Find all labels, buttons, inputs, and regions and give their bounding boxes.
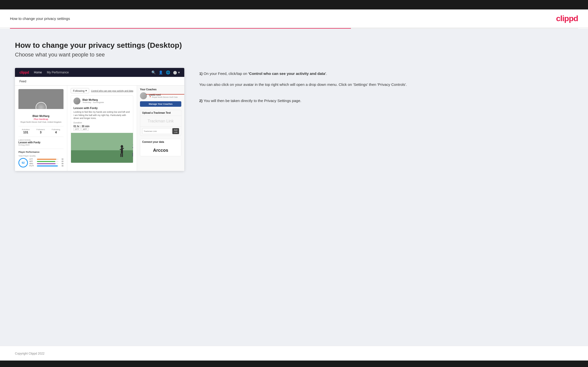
post-body: Lesson with Fordy Looking to feel like m… [71, 106, 133, 133]
bar-putt-label: PUTT [29, 165, 36, 167]
bar-putt-fill [37, 165, 58, 166]
following-row: Following ▾ Control who can see your act… [71, 88, 133, 93]
post-tags: OTT APP [73, 128, 131, 131]
trackman-link-big: Trackman Link [140, 116, 181, 127]
app-right-sidebar: Your Coaches David Ford 📍 Royal North De… [137, 86, 184, 171]
app-feed-center: Following ▾ Control who can see your act… [67, 86, 137, 171]
stat-followers-value: 3 [36, 131, 45, 134]
feed-tab-label: Feed [19, 80, 26, 83]
content-layout: clippd Home My Performance 🔍 👤 🌐 ⬤ ▾ Fee… [15, 68, 573, 171]
location-icon: 📍 [149, 96, 151, 98]
instruction-1-text: 1) On your Feed, click/tap on 'Control w… [199, 70, 573, 77]
svg-rect-7 [122, 154, 123, 157]
quality-bars: OTT 90 APP [29, 158, 64, 167]
coach-name: David Ford [149, 94, 178, 96]
bottom-bar [0, 361, 588, 367]
site-header: How to change your privacy settings clip… [0, 9, 588, 28]
following-btn-label: Following [73, 89, 84, 92]
post-user-meta: Yesterday · Sunningdale [82, 101, 104, 104]
svg-rect-10 [133, 147, 133, 148]
profile-cover [18, 89, 64, 109]
instruction-1: 1) On your Feed, click/tap on 'Control w… [199, 70, 573, 88]
feed-tab[interactable]: Feed [15, 77, 184, 86]
post-card: Blair McHarg Yesterday · Sunningdale Les… [71, 95, 133, 163]
post-user-name: Blair McHarg [82, 99, 104, 101]
coach-club: 📍 Royal North Devon Golf Club [149, 96, 178, 98]
main-content: How to change your privacy settings (Des… [0, 29, 588, 346]
instruction-1-number: 1) [199, 71, 204, 76]
post-description: Looking to feel like my hands are exitin… [73, 110, 131, 120]
tag-app: APP [81, 128, 88, 131]
post-title: Lesson with Fordy [73, 106, 131, 109]
latest-date: 03 Aug 2022 [18, 144, 64, 146]
post-duration-label: Duration [73, 121, 131, 124]
connect-widget: Connect your data Arccos [140, 139, 181, 156]
trackman-input[interactable] [142, 128, 171, 134]
copyright: Copyright Clippd 2022 [15, 352, 45, 355]
stat-following: Following 4 [52, 128, 60, 134]
stat-activities: Activities 131 [22, 128, 30, 134]
clippd-logo: clippd [556, 14, 578, 23]
stat-followers-label: Followers [36, 128, 45, 131]
tag-ott: OTT [73, 128, 80, 131]
bar-arg-val: 86 [60, 163, 64, 164]
connect-title: Connect your data [140, 139, 181, 145]
quality-score: 92 [18, 158, 28, 167]
svg-rect-2 [71, 133, 133, 150]
control-privacy-link[interactable]: Control who can see your activity and da… [91, 90, 133, 92]
manage-coaches-button[interactable]: Manage Your Coaches [140, 101, 181, 107]
app-body: Blair McHarg Plus Handicap Royal North D… [15, 86, 184, 171]
search-icon[interactable]: 🔍 [151, 70, 156, 74]
trackman-add-button[interactable]: Add Link [172, 128, 179, 134]
nav-home[interactable]: Home [34, 71, 42, 74]
following-button[interactable]: Following ▾ [71, 88, 89, 93]
coach-item: David Ford 📍 Royal North Devon Golf Club [140, 92, 181, 99]
coach-info: David Ford 📍 Royal North Devon Golf Club [149, 94, 178, 98]
stat-followers: Followers 3 [36, 128, 45, 134]
bar-arg: ARG 86 [29, 163, 64, 164]
trackman-widget: Upload a Trackman Test Trackman Link Add… [140, 110, 181, 136]
profile-stats: Activities 131 Followers 3 Following 4 [18, 126, 64, 134]
bar-app: APP 85 [29, 160, 64, 162]
post-avatar [73, 98, 80, 105]
stat-activities-label: Activities [22, 128, 30, 131]
bar-arg-track [37, 163, 59, 164]
svg-point-3 [121, 145, 123, 148]
svg-rect-1 [71, 150, 133, 163]
breadcrumb: How to change your privacy settings [10, 16, 70, 21]
profile-avatar [36, 102, 47, 109]
stat-following-label: Following [52, 128, 60, 131]
instruction-1-note: You can also click on your avatar in the… [199, 81, 573, 88]
app-navbar: clippd Home My Performance 🔍 👤 🌐 ⬤ ▾ [15, 68, 184, 77]
coach-avatar [140, 92, 147, 99]
bar-ott-val: 90 [60, 158, 64, 160]
quality-row: 92 OTT 90 APP [18, 158, 64, 167]
instruction-2-number: 2) [199, 99, 204, 103]
bar-arg-label: ARG [29, 163, 36, 164]
profile-name: Blair McHarg [18, 114, 64, 117]
site-footer: Copyright Clippd 2022 [0, 346, 588, 361]
page-heading: How to change your privacy settings (Des… [15, 41, 573, 50]
globe-icon[interactable]: 🌐 [166, 70, 170, 74]
trackman-input-row: Add Link [140, 127, 181, 136]
bar-ott-track [37, 159, 59, 160]
svg-rect-11 [133, 153, 133, 157]
avatar-icon[interactable]: ⬤ ▾ [173, 70, 180, 74]
bar-app-label: APP [29, 160, 36, 162]
post-avatar-image [73, 98, 80, 105]
bar-putt-track [37, 165, 59, 166]
post-image [71, 133, 133, 163]
bar-app-track [37, 161, 59, 162]
stat-following-value: 4 [52, 131, 60, 134]
latest-activity: Latest Activity Lesson with Fordy 03 Aug… [18, 137, 64, 146]
perf-title: Player Performance [18, 151, 64, 153]
top-bar [0, 0, 588, 9]
coach-club-label: Royal North Devon Golf Club [152, 96, 178, 98]
app-logo: clippd [19, 70, 29, 74]
bar-app-val: 85 [60, 160, 64, 162]
post-header: Blair McHarg Yesterday · Sunningdale [71, 96, 133, 106]
instructions-panel: 1) On your Feed, click/tap on 'Control w… [194, 68, 573, 114]
bar-putt: PUTT 96 [29, 165, 64, 167]
person-icon[interactable]: 👤 [159, 70, 163, 74]
nav-my-performance[interactable]: My Performance [47, 71, 69, 74]
